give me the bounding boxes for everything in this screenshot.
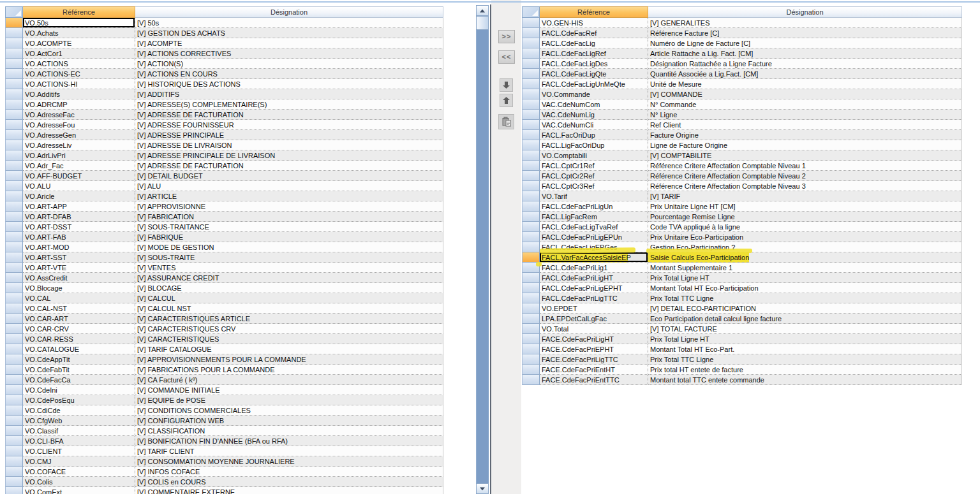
table-row[interactable]: VO.ADRCMP[V] ADRESSE(S) COMPLEMENTAIRE(S… <box>5 99 443 110</box>
reference-cell[interactable]: FACL.CdeFacPriLig1 <box>540 263 648 273</box>
table-row[interactable]: VO.ART-APP[V] APPROVISIONNE <box>5 201 443 212</box>
row-selector-cell[interactable] <box>522 314 540 324</box>
reference-column-header[interactable]: Référence <box>540 6 648 18</box>
designation-cell[interactable]: Saisie Calculs Eco-Participation <box>648 252 962 263</box>
row-selector-cell[interactable] <box>5 171 23 181</box>
table-row[interactable]: VO.CAR-RESS[V] CARACTERISTIQUES <box>5 334 443 344</box>
designation-cell[interactable]: [V] CALCUL NST <box>135 303 443 314</box>
designation-cell[interactable]: [V] CONFIGURATION WEB <box>135 416 443 426</box>
designation-cell[interactable]: [V] ACTIONS CORRECTIVES <box>135 48 443 59</box>
designation-cell[interactable]: Prix Total TTC Ligne <box>648 354 962 365</box>
table-row[interactable]: VO.AdresseFac[V] ADRESSE DE FACTURATION <box>5 110 443 120</box>
row-selector-cell[interactable] <box>5 252 23 263</box>
table-row[interactable]: VO.ACTIONS[V] ACTION(S) <box>5 59 443 69</box>
row-selector-cell[interactable] <box>5 416 23 426</box>
designation-cell[interactable]: [V] 50s <box>135 18 443 28</box>
table-row[interactable]: VO.ART-MOD[V] MODE DE GESTION <box>5 242 443 252</box>
table-row[interactable]: VO.ART-FAB[V] FABRIQUE <box>5 232 443 242</box>
reference-cell[interactable]: VO.Additifs <box>23 89 135 99</box>
table-row[interactable]: VO.CAR-CRV[V] CARACTERISTIQUES CRV <box>5 324 443 334</box>
row-selector-cell[interactable] <box>5 334 23 344</box>
table-row[interactable]: VO.CLIENT[V] TARIF CLIENT <box>5 446 443 456</box>
table-row[interactable]: VO.CMJ[V] CONSOMMATION MOYENNE JOURNALIE… <box>5 456 443 467</box>
row-selector-cell[interactable] <box>522 375 540 385</box>
row-selector-cell[interactable] <box>522 222 540 232</box>
designation-cell[interactable]: [V] APPROVISIONNE <box>135 201 443 212</box>
reference-cell[interactable]: VO.COFACE <box>23 467 135 477</box>
table-row[interactable]: FACL.LigFacOriDupLigne de Facture Origin… <box>522 140 962 150</box>
designation-cell[interactable]: [V] CLASSIFICATION <box>135 426 443 436</box>
designation-cell[interactable]: [V] ARTICLE <box>135 191 443 201</box>
reference-cell[interactable]: FACL.CptCr3Ref <box>540 181 648 191</box>
row-selector-cell[interactable] <box>5 395 23 405</box>
table-row[interactable]: VAC.CdeNumLigN° Ligne <box>522 110 962 120</box>
reference-cell[interactable]: VO.ART-DSST <box>23 222 135 232</box>
row-selector-cell[interactable] <box>5 222 23 232</box>
row-selector-cell[interactable] <box>522 252 540 263</box>
row-selector-cell[interactable] <box>5 69 23 79</box>
reference-cell[interactable]: VO.ACTIONS-EC <box>23 69 135 79</box>
designation-cell[interactable]: Référence Facture [C] <box>648 28 962 38</box>
reference-cell[interactable]: VO.CAR-RESS <box>23 334 135 344</box>
table-row[interactable]: FACL.CdeFacPriLigTTCPrix Total TTC Ligne <box>522 293 962 303</box>
row-selector-cell[interactable] <box>5 365 23 375</box>
row-selector-cell[interactable] <box>5 324 23 334</box>
reference-cell[interactable]: VO.ART-SST <box>23 252 135 263</box>
row-selector-cell[interactable] <box>5 38 23 48</box>
reference-cell[interactable]: FACL.CdeFacLigRef <box>540 48 648 59</box>
reference-cell[interactable]: VO.CdeFacCa <box>23 375 135 385</box>
table-row[interactable]: FACL.CdeFacPriLigUnPrix Unitaire Ligne H… <box>522 201 962 212</box>
reference-column-header[interactable]: Référence <box>23 6 135 18</box>
row-selector-cell[interactable] <box>522 242 540 252</box>
row-selector-cell[interactable] <box>522 283 540 293</box>
table-row[interactable]: VO.Achats[V] GESTION DES ACHATS <box>5 28 443 38</box>
row-selector-cell[interactable] <box>522 130 540 140</box>
row-selector-cell[interactable] <box>522 140 540 150</box>
reference-cell[interactable]: VO.ART-FAB <box>23 232 135 242</box>
table-row[interactable]: FACL.CdeFacLigRefArticle Rattache a Lig.… <box>522 48 962 59</box>
table-row[interactable]: VO.Classif[V] CLASSIFICATION <box>5 426 443 436</box>
designation-cell[interactable]: N° Ligne <box>648 110 962 120</box>
reference-cell[interactable]: VO.AdrLivPri <box>23 150 135 161</box>
designation-cell[interactable]: [V] CARACTERISTIQUES <box>135 334 443 344</box>
table-row[interactable]: VO.COFACE[V] INFOS COFACE <box>5 467 443 477</box>
table-row[interactable]: FACE.CdeFacPriEPHTMontant Total HT Eco-P… <box>522 344 962 354</box>
designation-cell[interactable]: [V] TARIF CATALOGUE <box>135 344 443 354</box>
designation-cell[interactable]: [V] ADRESSE DE FACTURATION <box>135 161 443 171</box>
table-row[interactable]: VO.Blocage[V] BLOCAGE <box>5 283 443 293</box>
left-table-scrollbar[interactable] <box>476 5 489 494</box>
designation-cell[interactable]: [V] TOTAL FACTURE <box>648 324 962 334</box>
table-row[interactable]: VO.Aricle[V] ARTICLE <box>5 191 443 201</box>
reference-cell[interactable]: FACL.CdeFacPriLigTTC <box>540 293 648 303</box>
reference-cell[interactable]: VO.ALU <box>23 181 135 191</box>
table-row[interactable]: FACL.CptCr3RefRéférence Critere Affectat… <box>522 181 962 191</box>
row-selector-cell[interactable] <box>5 120 23 130</box>
reference-cell[interactable]: VO.AdresseLiv <box>23 140 135 150</box>
scroll-up-button[interactable] <box>476 5 489 16</box>
table-row[interactable]: VO.CLI-BFA[V] BONIFICATION FIN D'ANNEE (… <box>5 436 443 446</box>
reference-cell[interactable]: FACL.CdeFacPriLigHT <box>540 273 648 283</box>
designation-cell[interactable]: [V] EQUIPE de POSE <box>135 395 443 405</box>
reference-cell[interactable]: VO.Classif <box>23 426 135 436</box>
designation-cell[interactable]: [V] CARACTERISTIQUES ARTICLE <box>135 314 443 324</box>
row-selector-cell[interactable] <box>5 263 23 273</box>
row-selector-cell[interactable] <box>522 303 540 314</box>
row-selector-cell[interactable] <box>5 375 23 385</box>
table-row[interactable]: FACL.CdeFacPriLigEPUnPrix Unitaire Eco-P… <box>522 232 962 242</box>
row-selector-cell[interactable] <box>5 201 23 212</box>
table-row[interactable]: FACL.CdeFacPriLigHTPrix Total Ligne HT <box>522 273 962 283</box>
reference-cell[interactable]: FACL.CdeFacLig <box>540 38 648 48</box>
reference-cell[interactable]: VO.Tarif <box>540 191 648 201</box>
table-row[interactable]: VO.CfgWeb[V] CONFIGURATION WEB <box>5 416 443 426</box>
paste-special-button[interactable] <box>498 114 514 129</box>
row-selector-cell[interactable] <box>5 110 23 120</box>
row-selector-cell[interactable] <box>522 99 540 110</box>
reference-cell[interactable]: FACL.CdeFacLigTvaRef <box>540 222 648 232</box>
row-selector-cell[interactable] <box>522 120 540 130</box>
reference-cell[interactable]: VO.ACOMPTE <box>23 38 135 48</box>
reference-cell[interactable]: FACL.CdeFacPriLigEPHT <box>540 283 648 293</box>
table-row[interactable]: VO.Tarif[V] TARIF <box>522 191 962 201</box>
reference-cell[interactable]: VO.CMJ <box>23 456 135 467</box>
row-selector-cell[interactable] <box>522 48 540 59</box>
designation-cell[interactable]: Pourcentage Remise Ligne <box>648 212 962 222</box>
